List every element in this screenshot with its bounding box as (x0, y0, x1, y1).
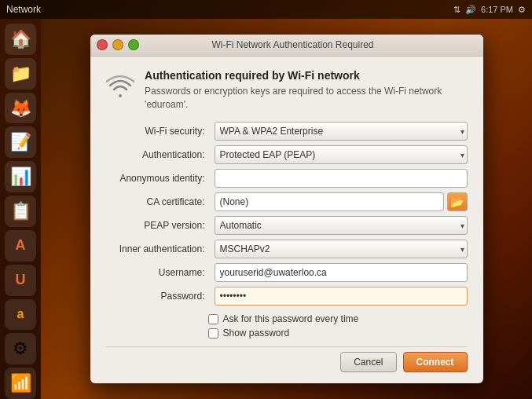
dialog-header: Authentication required by Wi-Fi network… (106, 69, 468, 112)
cancel-button[interactable]: Cancel (340, 352, 396, 372)
dialog-header-title: Authentication required by Wi-Fi network (145, 69, 467, 82)
impress-icon: 📋 (10, 201, 31, 221)
ca-certificate-label: CA certificate: (106, 196, 208, 207)
sidebar-item-writer[interactable]: 📝 (5, 126, 36, 158)
ask-password-label[interactable]: Ask for this password every time (223, 313, 359, 324)
sidebar-item-firefox[interactable]: 🦊 (5, 93, 36, 124)
dialog-buttons: Cancel Connect (106, 346, 468, 372)
sidebar-item-ubuntu[interactable]: U (5, 265, 36, 296)
dialog-title: Wi-Fi Network Authentication Required (109, 39, 477, 50)
ask-password-checkbox[interactable] (208, 314, 218, 324)
folder-icon: 📂 (450, 196, 464, 208)
password-label: Password: (106, 291, 208, 302)
main-area: Wi-Fi Network Authentication Required Au… (41, 19, 532, 399)
settings-gear-icon: ⚙ (13, 339, 28, 359)
files-icon: 📁 (10, 64, 31, 84)
ca-certificate-input[interactable] (215, 192, 444, 211)
inner-auth-select[interactable]: MSCHAPv2 (215, 240, 468, 258)
anonymous-identity-input[interactable] (215, 169, 468, 188)
volume-icon: 🔊 (465, 5, 476, 15)
ca-certificate-row: 📂 (215, 192, 468, 211)
inner-auth-label: Inner authentication: (106, 243, 208, 254)
show-password-label[interactable]: Show password (223, 328, 290, 339)
settings-icon: ⚙ (518, 5, 526, 15)
password-input[interactable] (215, 287, 468, 306)
firefox-icon: 🦊 (10, 98, 31, 119)
sidebar-item-impress[interactable]: 📋 (5, 196, 36, 227)
sidebar: 🏠 📁 🦊 📝 📊 📋 A U a ⚙ 📶 (0, 19, 41, 399)
wifi-security-label: Wi-Fi security: (106, 126, 208, 137)
wifi-auth-dialog: Wi-Fi Network Authentication Required Au… (90, 35, 483, 384)
network-icon: ⇅ (453, 5, 460, 15)
peap-version-select[interactable]: Automatic (215, 216, 468, 235)
calc-icon: 📊 (10, 167, 31, 187)
writer-icon: 📝 (10, 132, 31, 152)
sidebar-item-font[interactable]: A (5, 230, 36, 262)
dialog-header-description: Passwords or encryption keys are require… (145, 85, 467, 112)
wifi-security-select[interactable]: WPA & WPA2 Enterprise (215, 122, 468, 141)
checkboxes-section: Ask for this password every time Show pa… (208, 313, 468, 339)
show-password-row: Show password (208, 328, 468, 339)
dialog-content: Authentication required by Wi-Fi network… (90, 57, 483, 384)
wifi-icon-large (106, 71, 136, 102)
wifi-sidebar-icon: 📶 (10, 373, 31, 394)
peap-version-wrapper: Automatic ▾ (215, 216, 468, 235)
dialog-header-text: Authentication required by Wi-Fi network… (145, 69, 467, 112)
authentication-wrapper: Protected EAP (PEAP) ▾ (215, 145, 468, 164)
ca-browse-button[interactable]: 📂 (447, 192, 468, 211)
sidebar-item-settings[interactable]: ⚙ (5, 333, 36, 364)
taskbar: Network ⇅ 🔊 6:17 PM ⚙ (0, 0, 532, 19)
sidebar-item-home[interactable]: 🏠 (5, 24, 36, 55)
clock: 6:17 PM (481, 5, 513, 14)
taskbar-title: Network (6, 4, 41, 15)
ubuntu-icon: U (16, 272, 26, 288)
peap-version-label: PEAP version: (106, 220, 208, 231)
sidebar-item-files[interactable]: 📁 (5, 58, 36, 90)
authentication-label: Authentication: (106, 149, 208, 160)
font-icon: A (16, 237, 26, 254)
wifi-security-wrapper: WPA & WPA2 Enterprise ▾ (215, 122, 468, 141)
show-password-checkbox[interactable] (208, 328, 218, 339)
connect-button[interactable]: Connect (403, 352, 468, 372)
close-button[interactable] (97, 39, 108, 50)
sidebar-item-amazon[interactable]: a (5, 299, 36, 331)
username-label: Username: (106, 267, 208, 278)
form-grid: Wi-Fi security: WPA & WPA2 Enterprise ▾ … (106, 122, 468, 306)
sidebar-item-wifi[interactable]: 📶 (5, 368, 36, 399)
taskbar-icons: ⇅ 🔊 6:17 PM ⚙ (453, 5, 526, 15)
anonymous-identity-label: Anonymous identity: (106, 173, 208, 184)
home-icon: 🏠 (10, 29, 31, 49)
inner-auth-wrapper: MSCHAPv2 ▾ (215, 240, 468, 258)
sidebar-item-calc[interactable]: 📊 (5, 161, 36, 192)
dialog-titlebar: Wi-Fi Network Authentication Required (90, 35, 483, 57)
username-input[interactable] (215, 263, 468, 282)
authentication-select[interactable]: Protected EAP (PEAP) (215, 145, 468, 164)
amazon-icon: a (17, 307, 24, 321)
ask-password-row: Ask for this password every time (208, 313, 468, 324)
